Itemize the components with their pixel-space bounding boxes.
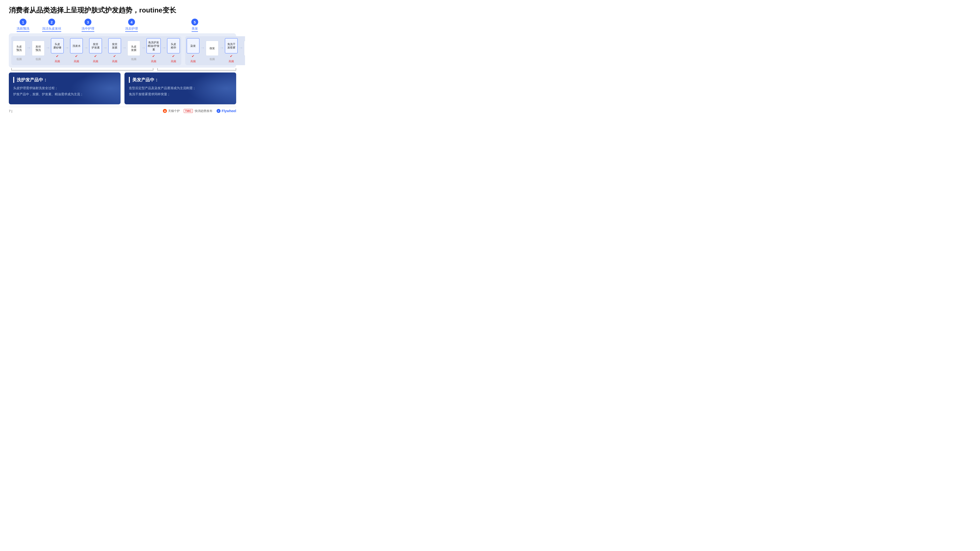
panel-wash: 洗护发产品中： 头皮护理需求辐射洗发全过程； 护发产品中，发膜、护发素、精油需求… [9, 73, 121, 104]
arrow-1: → [46, 45, 50, 51]
arrow-7: → [162, 45, 166, 51]
product-card-2: 头皮磨砂膏 [51, 38, 64, 53]
flywheel-label: Flywheel [222, 109, 236, 113]
arrow-9: → [200, 45, 205, 51]
freq-11: 高频 [229, 59, 234, 63]
page: 消费者从品类选择上呈现护肤式护发趋势，routine变长 1 洗前预洗 2 洗洁… [0, 0, 245, 138]
product-card-11: 免洗干发喷雾 [225, 38, 238, 53]
svg-text:F: F [218, 110, 219, 113]
product-card-12: 造型前防烫产品 [244, 41, 245, 56]
stage-4-num: 4 [128, 19, 135, 25]
stage-5-label: 美发 [192, 27, 198, 32]
bottom-panels: 洗护发产品中： 头皮护理需求辐射洗发全过程； 护发产品中，发膜、护发素、精油需求… [9, 73, 236, 104]
stage-4-label: 洗后护理 [125, 27, 138, 32]
stage-4: 4 洗后护理 [110, 19, 153, 32]
logo-flywheel: F Flywheel [216, 109, 236, 113]
freq-0: 低频 [16, 57, 22, 61]
stage-2-label: 洗洁头皮发丝 [42, 27, 61, 32]
product-box-8: 头皮精华 ✔ 高频 [167, 38, 180, 63]
stage-2-num: 2 [48, 19, 55, 25]
product-card-3: 洗发水 [70, 38, 83, 53]
freq-7: 高频 [151, 59, 156, 63]
tmic-suffix: 快消趋势发布 [195, 109, 212, 113]
stage-1-num: 1 [20, 19, 27, 25]
arrow-4: → [103, 45, 107, 51]
main-flow: 头皮预洗 低频 → 发丝预洗 低频 → 头皮磨砂膏 ✔ 高频 → [9, 33, 236, 68]
panel-beauty-title: 美发产品中： [129, 77, 231, 83]
arrow-3: → [84, 45, 88, 51]
arrow-0: → [27, 45, 31, 51]
freq-6: 低频 [131, 57, 137, 61]
freq-2: 高频 [55, 59, 60, 63]
check-11: ✔ [230, 54, 233, 58]
panel-wash-body: 头皮护理需求辐射洗发全过程； 护发产品中，发膜、护发素、精油需求成为主流； [13, 85, 116, 97]
beauty-section: 染发 ✔ 高频 → 假发 低频 → 免洗干发喷雾 ✔ 高频 [185, 36, 245, 65]
logo-tianmao: 猫 天猫个护 [162, 108, 180, 113]
stage-1-label: 洗前预洗 [17, 27, 29, 32]
stage-2: 2 洗洁头皮发丝 [37, 19, 66, 32]
product-card-8: 头皮精华 [167, 38, 180, 53]
stage-5: 5 美发 [153, 19, 236, 32]
product-box-12: 造型前防烫产品 低频 [244, 41, 245, 61]
check-7: ✔ [152, 54, 155, 58]
product-box-3: 洗发水 ✔ 高频 [70, 38, 83, 63]
arrow-11: → [239, 45, 243, 51]
product-box-0: 头皮预洗 低频 [13, 41, 25, 61]
product-card-1: 发丝预洗 [32, 41, 45, 56]
product-box-2: 头皮磨砂膏 ✔ 高频 [51, 38, 64, 63]
product-card-7: 免洗护发精油/护发素 [146, 38, 161, 53]
freq-1: 低频 [35, 57, 41, 61]
product-card-4: 发丝护发素 [89, 38, 102, 53]
svg-text:猫: 猫 [164, 110, 166, 113]
footer-page: 7 | [9, 109, 12, 113]
product-box-1: 发丝预洗 低频 [32, 41, 45, 61]
product-box-9: 染发 ✔ 高频 [187, 38, 199, 63]
arrow-6: → [141, 45, 146, 51]
footer-logos: 猫 天猫个护 TMIC 快消趋势发布 F Flywheel [162, 108, 236, 113]
freq-10: 低频 [210, 57, 215, 61]
stage-3-num: 3 [84, 19, 91, 25]
product-box-5: 发丝发膜 ✔ 高频 [108, 38, 121, 63]
tianmao-label: 天猫个护 [168, 109, 180, 113]
arrow-10: → [220, 45, 224, 51]
page-title: 消费者从品类选择上呈现护肤式护发趋势，routine变长 [9, 6, 236, 15]
product-box-4: 发丝护发素 ✔ 高频 [89, 38, 102, 63]
freq-9: 高频 [190, 59, 196, 63]
panel-beauty: 美发产品中： 造型后定型产品及染发产品逐渐成为主流刚需； 免洗干发喷雾需求同样突… [124, 73, 236, 104]
stage-3-label: 洗中护理 [81, 27, 94, 32]
page-number: 7 [9, 109, 11, 113]
product-box-6: 头皮发膜 低频 [127, 41, 140, 61]
stage-3: 3 洗中护理 [66, 19, 110, 32]
stage-headers: 1 洗前预洗 2 洗洁头皮发丝 3 洗中护理 4 洗后护理 5 美发 [9, 19, 236, 32]
arrow-2: → [65, 45, 69, 51]
stage-1: 1 洗前预洗 [9, 19, 37, 32]
check-8: ✔ [172, 54, 175, 58]
product-card-5: 发丝发膜 [108, 38, 121, 53]
product-card-6: 头皮发膜 [127, 41, 140, 56]
check-2: ✔ [56, 54, 59, 58]
bracket-left [11, 68, 153, 70]
product-box-7: 免洗护发精油/护发素 ✔ 高频 [146, 38, 161, 63]
stage-5-num: 5 [191, 19, 198, 25]
logo-tmic: TMIC 快消趋势发布 [184, 109, 212, 113]
check-5: ✔ [113, 54, 116, 58]
product-box-10: 假发 低频 [206, 41, 218, 61]
tmic-badge: TMIC [184, 109, 193, 113]
bracket-right [157, 68, 236, 70]
panel-wash-title: 洗护发产品中： [13, 77, 116, 83]
footer: 7 | 猫 天猫个护 TMIC 快消趋势发布 F [9, 107, 236, 113]
freq-4: 高频 [93, 59, 98, 63]
product-card-10: 假发 [206, 41, 218, 56]
flywheel-icon: F [216, 109, 221, 113]
arrow-5: → [122, 45, 126, 51]
check-3: ✔ [75, 54, 78, 58]
check-4: ✔ [94, 54, 97, 58]
panel-beauty-body: 造型后定型产品及染发产品逐渐成为主流刚需； 免洗干发喷雾需求同样突显； [129, 85, 231, 97]
product-box-11: 免洗干发喷雾 ✔ 高频 [225, 38, 238, 63]
product-card-9: 染发 [187, 38, 199, 53]
bracket-row [9, 68, 236, 70]
wash-section: 头皮预洗 低频 → 发丝预洗 低频 → 头皮磨砂膏 ✔ 高频 → [11, 36, 181, 65]
footer-divider: | [11, 109, 12, 113]
check-9: ✔ [192, 54, 194, 58]
freq-3: 高频 [74, 59, 79, 63]
